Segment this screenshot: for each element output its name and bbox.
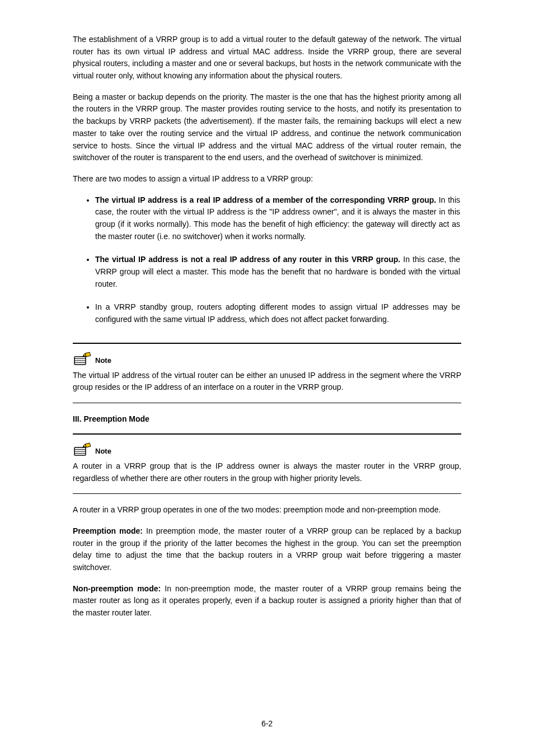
divider	[73, 493, 461, 494]
note-icon	[73, 352, 92, 366]
paragraph-lead: There are two modes to assign a virtual …	[73, 173, 461, 185]
bullet-lead: The virtual IP address is not a real IP …	[95, 255, 400, 264]
note-callout: Note The virtual IP address of the virtu…	[73, 343, 461, 403]
paragraph: The establishment of a VRRP group is to …	[73, 34, 461, 82]
divider	[73, 403, 461, 403]
paragraph: Preemption mode: In preemption mode, the…	[73, 525, 461, 574]
bullet-body: In a VRRP standby group, routers adoptin…	[95, 302, 460, 324]
note-label: Note	[95, 355, 111, 366]
note-label: Note	[95, 446, 111, 457]
page-content: The establishment of a VRRP group is to …	[0, 0, 534, 651]
paragraph: Non-preemption mode: In non-preemption m…	[73, 583, 461, 619]
paragraph: A router in a VRRP group operates in one…	[73, 504, 461, 516]
list-item: The virtual IP address is a real IP addr…	[95, 194, 461, 243]
note-header: Note	[73, 352, 461, 366]
divider	[73, 433, 461, 435]
bullet-list: The virtual IP address is a real IP addr…	[73, 194, 461, 326]
divider	[73, 343, 461, 344]
list-item: The virtual IP address is not a real IP …	[95, 254, 461, 290]
term-label: Non-preemption mode:	[73, 584, 165, 593]
section-heading: III. Preemption Mode	[73, 413, 461, 426]
list-item: In a VRRP standby group, routers adoptin…	[95, 301, 461, 325]
note-callout: Note A router in a VRRP group that is th…	[73, 433, 461, 494]
note-icon	[73, 442, 92, 457]
term-label: Preemption mode:	[73, 526, 146, 535]
note-text: A router in a VRRP group that is the IP …	[73, 460, 461, 484]
bullet-lead: The virtual IP address is a real IP addr…	[95, 195, 436, 204]
paragraph: Being a master or backup depends on the …	[73, 91, 461, 164]
note-text: The virtual IP address of the virtual ro…	[73, 370, 461, 394]
page-number: 6-2	[0, 718, 534, 730]
note-header: Note	[73, 442, 461, 457]
